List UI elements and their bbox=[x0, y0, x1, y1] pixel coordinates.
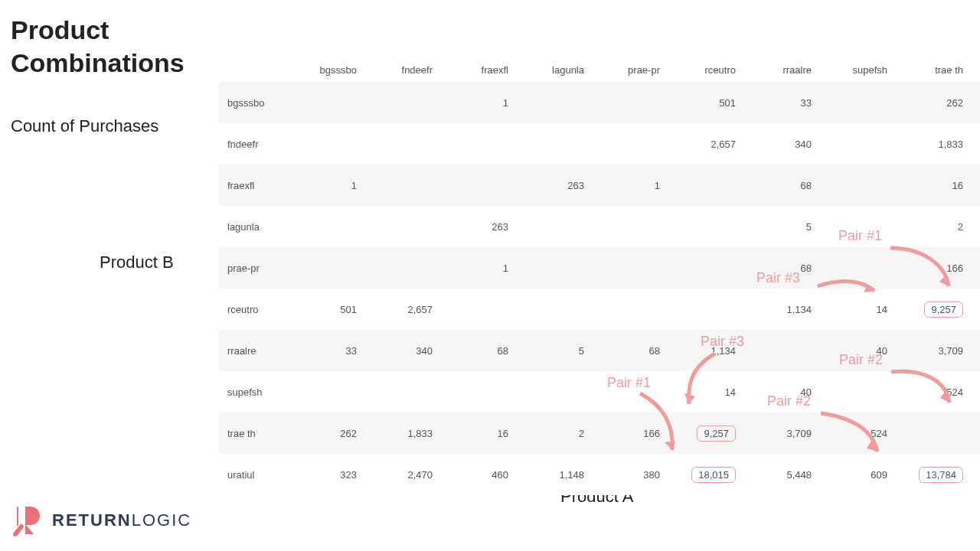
col-header: prae-pr bbox=[589, 58, 665, 82]
row-header: bgsssbo bbox=[218, 82, 286, 123]
matrix-cell bbox=[513, 289, 589, 330]
matrix-cell: 3,709 bbox=[892, 330, 968, 371]
matrix-cell: 14 bbox=[816, 289, 892, 330]
row-header: uratiul bbox=[218, 454, 286, 495]
matrix-cell: 1,833 bbox=[892, 123, 968, 165]
matrix-cell bbox=[286, 206, 361, 247]
matrix-cell: 5 bbox=[740, 206, 816, 247]
matrix-cell bbox=[513, 82, 589, 123]
matrix-cell bbox=[361, 165, 437, 206]
matrix-cell bbox=[361, 371, 437, 412]
matrix-cell: 68 bbox=[437, 330, 513, 371]
matrix-cell bbox=[361, 123, 437, 165]
highlight-cell: 18,015 bbox=[691, 467, 736, 483]
highlight-cell: 9,257 bbox=[924, 302, 963, 318]
matrix-cell bbox=[513, 371, 589, 412]
col-header: bgsssbo bbox=[286, 58, 361, 82]
matrix-cell bbox=[665, 247, 740, 289]
highlight-cell: 13,784 bbox=[919, 467, 963, 483]
matrix-cell: 13,784 bbox=[892, 454, 968, 495]
row-header: supefsh bbox=[218, 371, 286, 412]
matrix-cell: 1 bbox=[286, 165, 361, 206]
matrix-cell bbox=[816, 247, 892, 289]
matrix-cell bbox=[361, 247, 437, 289]
matrix-cell: 263 bbox=[437, 206, 513, 247]
matrix-cell: 2 bbox=[892, 206, 968, 247]
matrix-cell: 3,709 bbox=[740, 412, 816, 454]
matrix-cell: 14 bbox=[665, 371, 740, 412]
col-header: trae th bbox=[892, 58, 968, 82]
matrix-cell: 501 bbox=[665, 82, 740, 123]
matrix-cell bbox=[665, 206, 740, 247]
returnlogic-icon bbox=[11, 504, 44, 537]
matrix-cell bbox=[892, 412, 968, 454]
matrix-cell: 68 bbox=[740, 247, 816, 289]
col-header: uratiul bbox=[968, 58, 980, 82]
matrix-table: bgsssbofndeefrfraexfllagunlaprae-prrceut… bbox=[218, 58, 973, 495]
matrix-cell bbox=[968, 454, 980, 495]
matrix-cell bbox=[513, 206, 589, 247]
matrix-cell: 2,470 bbox=[361, 454, 437, 495]
matrix-cell bbox=[286, 82, 361, 123]
row-header: rceutro bbox=[218, 289, 286, 330]
matrix-cell: 609 bbox=[816, 454, 892, 495]
matrix-cell: 16 bbox=[892, 165, 968, 206]
matrix-cell bbox=[816, 371, 892, 412]
matrix-cell: 323 bbox=[968, 82, 980, 123]
matrix-cell: 1,134 bbox=[665, 330, 740, 371]
matrix-cell: 1,134 bbox=[740, 289, 816, 330]
row-header: fraexfl bbox=[218, 165, 286, 206]
row-header: prae-pr bbox=[218, 247, 286, 289]
row-header: trae th bbox=[218, 412, 286, 454]
matrix-cell: 5 bbox=[513, 330, 589, 371]
matrix-cell bbox=[286, 247, 361, 289]
matrix-cell: 263 bbox=[513, 165, 589, 206]
matrix-cell: 18,015 bbox=[968, 289, 980, 330]
matrix-cell: 501 bbox=[286, 289, 361, 330]
matrix-cell bbox=[816, 82, 892, 123]
matrix-cell: 68 bbox=[589, 330, 665, 371]
matrix-cell: 380 bbox=[589, 454, 665, 495]
col-header: rceutro bbox=[665, 58, 740, 82]
col-header: supefsh bbox=[816, 58, 892, 82]
brand-name: RETURNLOGIC bbox=[52, 510, 191, 530]
matrix-cell bbox=[437, 165, 513, 206]
matrix-cell bbox=[816, 165, 892, 206]
matrix-cell: 68 bbox=[740, 165, 816, 206]
col-header: fraexfl bbox=[437, 58, 513, 82]
matrix-cell bbox=[361, 82, 437, 123]
matrix-cell bbox=[513, 247, 589, 289]
matrix-cell: 166 bbox=[589, 412, 665, 454]
matrix-cell: 33 bbox=[740, 82, 816, 123]
matrix-cell bbox=[665, 165, 740, 206]
matrix-cell bbox=[437, 371, 513, 412]
brand-logo: RETURNLOGIC bbox=[11, 504, 191, 537]
matrix-cell: 2,470 bbox=[968, 123, 980, 165]
matrix-cell bbox=[361, 206, 437, 247]
page-title: Product Combinations bbox=[11, 14, 210, 79]
highlight-cell: 9,257 bbox=[697, 425, 736, 442]
matrix-cell: 460 bbox=[437, 454, 513, 495]
matrix-cell bbox=[513, 123, 589, 165]
matrix-cell bbox=[437, 289, 513, 330]
matrix-cell: 524 bbox=[892, 371, 968, 412]
matrix-cell: 609 bbox=[968, 371, 980, 412]
axis-label-product-b: Product B bbox=[100, 253, 174, 272]
row-header: rraalre bbox=[218, 330, 286, 371]
matrix-cell bbox=[589, 289, 665, 330]
page-subtitle: Count of Purchases bbox=[11, 116, 158, 136]
matrix-cell: 1,148 bbox=[968, 206, 980, 247]
matrix-cell: 524 bbox=[816, 412, 892, 454]
matrix-cell bbox=[816, 206, 892, 247]
matrix-cell: 40 bbox=[740, 371, 816, 412]
matrix-cell: 16 bbox=[437, 412, 513, 454]
matrix-cell bbox=[589, 247, 665, 289]
matrix-cell bbox=[740, 330, 816, 371]
col-header: lagunla bbox=[513, 58, 589, 82]
matrix-cell bbox=[286, 371, 361, 412]
matrix-cell: 340 bbox=[740, 123, 816, 165]
matrix-cell: 2,657 bbox=[665, 123, 740, 165]
matrix-cell bbox=[589, 206, 665, 247]
col-header: fndeefr bbox=[361, 58, 437, 82]
matrix-cell: 262 bbox=[286, 412, 361, 454]
